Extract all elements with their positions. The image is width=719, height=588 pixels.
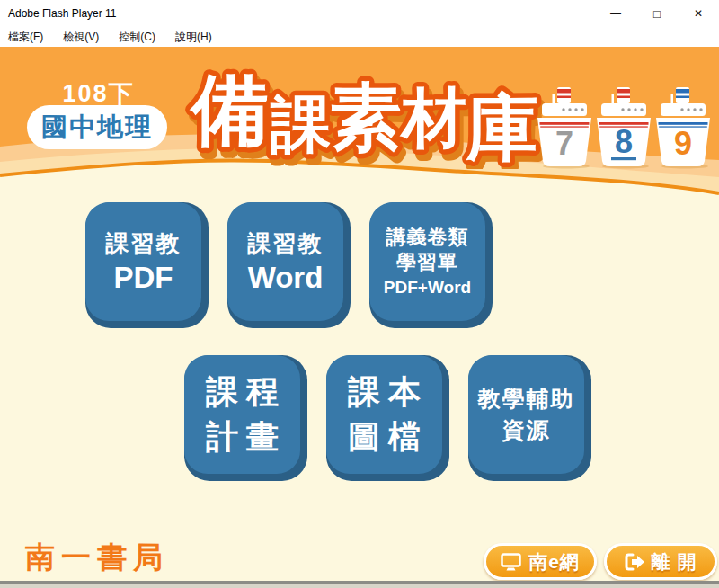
button-label: 計畫 [198,414,287,459]
button-teaching-aids[interactable]: 教學輔助 資源 [468,355,591,481]
nan-e-net-label: 南e網 [528,549,580,575]
button-label: 課習教 [248,228,324,260]
svg-text:課: 課 [270,90,332,158]
volume-boat-8[interactable]: 8 [596,86,652,169]
minimize-button[interactable]: — [595,0,636,27]
volume-boat-9[interactable]: 9 [655,86,711,169]
window-controls: — □ ✕ [595,0,719,27]
button-kexijiao-pdf[interactable]: 課習教 PDF [85,202,209,328]
button-face: 講義卷類 學習單 PDF+Word [369,202,485,321]
button-curriculum-plan[interactable]: 課程 計畫 [184,355,307,481]
button-label: 圖檔 [340,414,429,459]
button-label: 教學輔助 [478,383,575,414]
button-label: 講義卷類 [386,225,469,251]
menu-item-file[interactable]: 檔案(F) [8,30,43,45]
publisher-logo: 南一書局 [25,538,169,578]
volume-number: 8 [615,123,633,160]
menu-bar: 檔案(F) 檢視(V) 控制(C) 說明(H) [0,27,719,47]
button-handout-worksheets[interactable]: 講義卷類 學習單 PDF+Word [369,202,493,328]
monitor-icon [501,553,522,571]
subject-label: 國中地理 [41,110,153,146]
nan-e-net-button[interactable]: 南e網 [484,543,597,580]
menu-item-help[interactable]: 說明(H) [175,30,212,45]
bottom-edge-light-line [0,584,719,588]
button-textbook-images[interactable]: 課本 圖檔 [326,355,449,481]
app-title: 備 課 素 材 庫 備 課 素 材 庫 [182,50,551,169]
svg-text:庫: 庫 [466,88,538,168]
selected-volume-underline [611,157,636,160]
exit-label: 離 開 [652,549,697,575]
button-face: 教學輔助 資源 [468,355,584,474]
button-face: 課本 圖檔 [326,355,442,474]
exit-icon [625,553,645,571]
close-button[interactable]: ✕ [678,0,719,27]
maximize-button[interactable]: □ [636,0,678,27]
button-kexijiao-word[interactable]: 課習教 Word [227,202,351,328]
button-label: 課本 [340,370,429,414]
menu-item-view[interactable]: 檢視(V) [63,30,99,45]
boat-mast-icon [671,94,674,104]
svg-text:素: 素 [330,77,402,157]
button-label: PDF [114,261,173,295]
window-titlebar: Adobe Flash Player 11 — □ ✕ [0,0,719,27]
button-label: 資源 [502,414,551,446]
menu-item-control[interactable]: 控制(C) [119,30,155,45]
flash-stage: 108下 國中地理 備 課 素 材 庫 備 課 素 材 庫 [0,47,719,581]
volume-boat-7[interactable]: 7 [537,86,592,169]
button-label: 課習教 [106,228,182,260]
button-face: 課程 計畫 [184,355,300,474]
button-label: PDF+Word [384,276,471,299]
button-face: 課習教 Word [227,202,343,321]
volume-number: 7 [555,125,573,162]
boat-mast-icon [553,94,555,104]
volume-number: 9 [674,125,692,162]
boat-mast-icon [612,94,615,104]
svg-text:備: 備 [189,67,269,153]
button-face: 課習教 PDF [85,202,201,321]
button-label: 學習單 [396,250,458,276]
subject-pill: 國中地理 [27,105,167,149]
button-label: 課程 [198,370,287,414]
window-title: Adobe Flash Player 11 [0,7,595,20]
exit-button[interactable]: 離 開 [604,543,717,580]
button-label: Word [248,261,324,295]
flash-player-window: Adobe Flash Player 11 — □ ✕ 檔案(F) 檢視(V) … [0,0,719,588]
svg-text:材: 材 [399,82,466,154]
window-bottom-edge [0,581,719,588]
